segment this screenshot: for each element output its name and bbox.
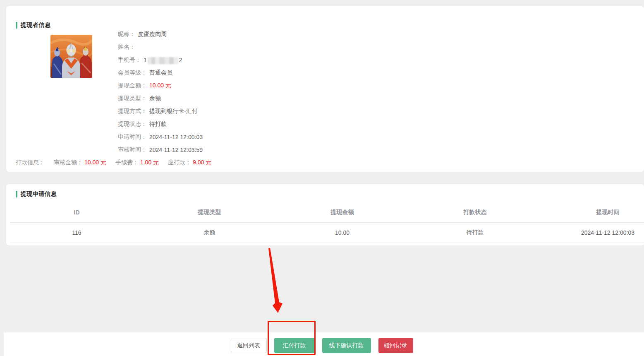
payable-amount: 应打款： 9.00 元	[168, 159, 211, 166]
payment-info-label: 打款信息：	[16, 159, 45, 166]
avatar-image	[50, 35, 92, 78]
table-row: 116 余额 10.00 待打款 2024-11-12 12:00:03	[10, 222, 644, 243]
cell-payment-status: 待打款	[409, 222, 541, 243]
field-name: 姓名：	[118, 41, 203, 53]
section-title-text: 提现申请信息	[21, 190, 57, 198]
field-withdraw-amount: 提现金额： 10.00 元	[118, 79, 203, 92]
annotation-arrow-icon	[248, 244, 290, 319]
payment-info-row: 打款信息： 审核金额： 10.00 元 手续费： 1.00 元 应打款： 9.0…	[16, 156, 211, 169]
reject-record-button[interactable]: 驳回记录	[378, 338, 413, 353]
cell-withdraw-amount: 10.00	[276, 222, 409, 243]
cell-withdraw-time: 2024-11-12 12:00:03	[541, 222, 644, 243]
field-member-level: 会员等级： 普通会员	[118, 66, 203, 79]
application-table: ID 提现类型 提现金额 打款状态 提现时间 116 余额 10.00 待打款 …	[10, 202, 644, 243]
col-header-withdraw-amount: 提现金额	[276, 202, 409, 222]
cell-id: 116	[10, 222, 143, 243]
col-header-payment-status: 打款状态	[409, 202, 541, 222]
avatar	[50, 35, 92, 78]
back-to-list-button[interactable]: 返回列表	[231, 338, 267, 353]
phone-mosaic-mask	[148, 57, 178, 64]
withdrawer-info-card: 提现者信息	[6, 6, 644, 172]
footer-action-bar: 返回列表 汇付打款 线下确认打款 驳回记录	[4, 332, 644, 356]
huifu-payment-button[interactable]: 汇付打款	[274, 338, 315, 353]
field-audit-time: 审核时间： 2024-11-12 12:03:59	[118, 143, 203, 156]
application-section-title: 提现申请信息	[16, 191, 57, 197]
section-accent-bar	[16, 191, 17, 197]
section-title-text: 提现者信息	[21, 22, 51, 29]
audit-amount: 审核金额： 10.00 元	[54, 159, 106, 166]
withdrawer-section-title: 提现者信息	[16, 22, 51, 29]
col-header-id: ID	[10, 202, 143, 222]
field-phone: 手机号： 1 2	[118, 53, 203, 66]
field-withdraw-method: 提现方式： 提现到银行卡-汇付	[118, 105, 203, 118]
col-header-withdraw-type: 提现类型	[143, 202, 276, 222]
field-withdraw-status: 提现状态： 待打款	[118, 118, 203, 130]
cell-withdraw-type: 余额	[143, 222, 276, 243]
col-header-withdraw-time: 提现时间	[541, 202, 644, 222]
section-accent-bar	[16, 22, 17, 29]
fee: 手续费： 1.00 元	[115, 159, 159, 166]
field-withdraw-type: 提现类型： 余额	[118, 92, 203, 105]
field-nickname: 昵称： 皮蛋瘦肉周	[118, 28, 203, 41]
withdrawer-fields: 昵称： 皮蛋瘦肉周 姓名： 手机号： 1 2 会员等级： 普通会员 提现金额： …	[118, 28, 203, 156]
table-header-row: ID 提现类型 提现金额 打款状态 提现时间	[10, 202, 644, 222]
offline-confirm-payment-button[interactable]: 线下确认打款	[322, 338, 371, 353]
field-apply-time: 申请时间： 2024-11-12 12:00:03	[118, 130, 203, 143]
withdraw-application-card: 提现申请信息 ID 提现类型 提现金额 打款状态 提现时间 116 余额 10.…	[6, 184, 644, 245]
